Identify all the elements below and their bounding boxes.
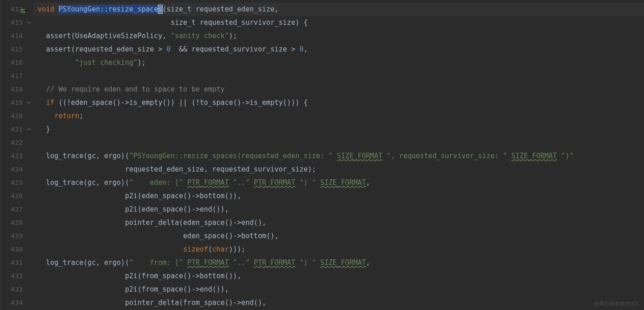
code-line[interactable]: log_trace(gc, ergo)(" from: [" PTR_FORMA… xyxy=(33,256,644,270)
code-line[interactable]: } xyxy=(33,123,644,136)
code-text: requested_eden_size xyxy=(38,165,204,173)
code-text: ergo) xyxy=(104,178,125,187)
code-text: eden_space()->bottom() xyxy=(38,232,275,240)
string-literal: "PSYoungGen::resize_spaces(requested_ede… xyxy=(129,152,333,160)
line-number: 433 xyxy=(0,283,33,296)
code-line[interactable]: p2i(from_space()->end()), xyxy=(33,283,644,296)
line-number: 426 xyxy=(0,189,33,203)
code-text: , xyxy=(237,272,241,280)
code-text xyxy=(250,178,254,187)
selected-text: PSYoungGen xyxy=(58,5,100,13)
line-number: 422 xyxy=(0,136,33,149)
code-text: , xyxy=(96,258,104,267)
selected-text: s xyxy=(158,5,162,13)
code-text xyxy=(38,245,183,253)
code-text xyxy=(295,258,299,267)
string-literal: ")" xyxy=(561,152,574,160)
fold-collapse-icon[interactable] xyxy=(27,20,31,25)
code-line[interactable]: // We require eden and to space to be em… xyxy=(33,83,644,96)
fold-collapse-icon[interactable] xyxy=(27,100,31,105)
string-literal: ", requested_survivor_size: " xyxy=(387,152,507,160)
string-literal: SIZE_FORMAT xyxy=(337,152,382,160)
code-text: , xyxy=(204,165,212,173)
code-text: requested_survivor_size); xyxy=(212,165,316,173)
fold-expand-icon[interactable] xyxy=(27,127,31,132)
code-text: } xyxy=(38,125,50,133)
code-text: size_t requested_eden_size xyxy=(167,5,275,13)
code-text xyxy=(38,112,54,120)
code-text: , xyxy=(262,299,266,307)
code-line[interactable]: "just checking"); xyxy=(33,56,644,69)
string-literal: " eden: [" xyxy=(129,178,183,187)
code-text: log_trace(gc xyxy=(38,152,96,160)
code-line[interactable]: void PSYoungGen::resize_spaces(size_t re… xyxy=(33,3,644,16)
line-number: 418 xyxy=(0,83,33,96)
code-line[interactable]: if ((!eden_space()->is_empty()) || (!to_… xyxy=(33,96,644,109)
keyword: sizeof xyxy=(183,245,208,253)
keyword: return xyxy=(54,112,79,120)
string-literal: ") " xyxy=(299,178,316,187)
code-line[interactable]: assert(UseAdaptiveSizePolicy, "sanity ch… xyxy=(33,29,644,43)
line-number: 423 xyxy=(0,149,33,163)
code-line[interactable]: p2i(eden_space()->bottom()), xyxy=(33,189,644,203)
keyword: if xyxy=(46,98,54,107)
code-line[interactable]: p2i(eden_space()->end()), xyxy=(33,203,644,216)
line-number: 415 xyxy=(0,43,33,56)
code-editor[interactable]: 4124134144154164174184194204214224234244… xyxy=(0,0,644,310)
code-text: ); xyxy=(138,58,146,67)
code-text xyxy=(295,178,299,187)
code-text: , xyxy=(224,205,229,213)
code-text xyxy=(183,258,187,267)
code-text: ergo) xyxy=(104,152,125,160)
code-text: p2i(eden_space()->bottom()) xyxy=(38,192,237,200)
code-line[interactable]: log_trace(gc, ergo)(" eden: [" PTR_FORMA… xyxy=(33,176,644,189)
line-number: 412 xyxy=(0,3,33,16)
code-text xyxy=(383,152,387,160)
line-number: 428 xyxy=(0,216,33,230)
line-number: 416 xyxy=(0,56,33,69)
line-number: 429 xyxy=(0,230,33,243)
line-number: 431 xyxy=(0,256,33,270)
code-line[interactable]: pointer_delta(from_space()->end(), xyxy=(33,296,644,310)
code-text: ( xyxy=(125,152,129,160)
code-text xyxy=(316,258,320,267)
code-area[interactable]: void PSYoungGen::resize_spaces(size_t re… xyxy=(33,0,644,310)
code-text: size_t requested_survivor_size) { xyxy=(38,18,308,27)
code-line[interactable]: sizeof(char))); xyxy=(33,243,644,256)
code-line[interactable]: requested_eden_size, requested_survivor_… xyxy=(33,163,644,176)
keyword: char xyxy=(212,245,229,253)
code-line[interactable]: log_trace(gc, ergo)("PSYoungGen::resize_… xyxy=(33,149,644,163)
code-text: , xyxy=(304,45,308,53)
code-text xyxy=(250,258,254,267)
code-line[interactable] xyxy=(33,69,644,83)
code-text: p2i(eden_space()->end()) xyxy=(38,205,224,213)
string-literal: " from: [" xyxy=(129,258,183,267)
string-literal: PTR_FORMAT xyxy=(254,258,295,267)
code-text: , xyxy=(262,218,266,227)
code-text: pointer_delta(eden_space()->end() xyxy=(38,218,262,227)
gutter: 4124134144154164174184194204214224234244… xyxy=(0,0,33,310)
line-number: 425 xyxy=(0,176,33,189)
code-text: , xyxy=(275,5,279,13)
code-text xyxy=(557,152,561,160)
line-number: 414 xyxy=(0,29,33,43)
string-literal: "just checking" xyxy=(75,58,137,67)
code-line[interactable]: p2i(from_space()->bottom()), xyxy=(33,270,644,283)
code-line[interactable]: size_t requested_survivor_size) { xyxy=(33,16,644,29)
code-line[interactable] xyxy=(33,136,644,149)
code-text xyxy=(333,152,337,160)
code-text: ( xyxy=(162,5,167,13)
code-line[interactable]: return; xyxy=(33,109,644,123)
code-line[interactable]: eden_space()->bottom(), xyxy=(33,230,644,243)
code-text xyxy=(316,178,320,187)
code-text: log_trace(gc xyxy=(38,258,96,267)
code-text: , xyxy=(275,232,279,240)
code-line[interactable]: assert(requested_eden_size > 0 && reques… xyxy=(33,43,644,56)
code-line[interactable]: pointer_delta(eden_space()->end(), xyxy=(33,216,644,230)
string-literal: SIZE_FORMAT xyxy=(320,258,366,267)
code-text: assert(requested_eden_size > xyxy=(38,45,167,53)
code-text xyxy=(38,98,46,107)
code-text: , xyxy=(366,258,370,267)
number-literal: 0 xyxy=(299,45,304,53)
line-number: 430 xyxy=(0,243,33,256)
